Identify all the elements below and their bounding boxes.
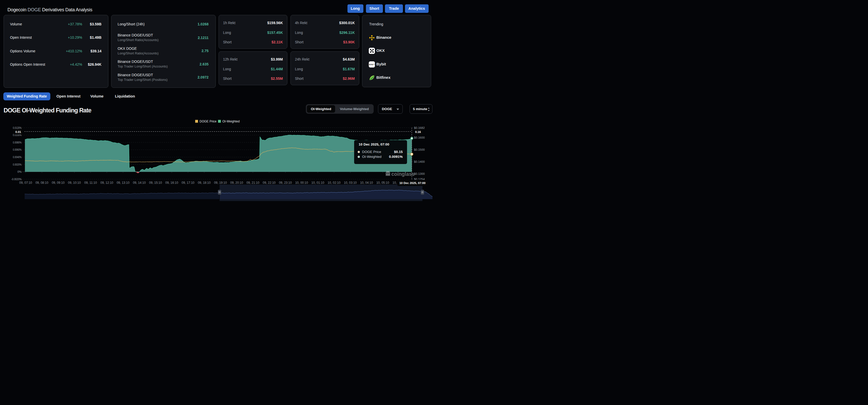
svg-text:0.0080%: 0.0080% [13, 141, 22, 144]
svg-text:10, 05:10: 10, 05:10 [376, 181, 389, 184]
svg-text:09, 12:10: 09, 12:10 [100, 181, 113, 184]
svg-text:09, 08:10: 09, 08:10 [35, 181, 48, 184]
svg-text:09, 17:10: 09, 17:10 [182, 181, 194, 184]
svg-text:10 Dec 2025, 07:00: 10 Dec 2025, 07:00 [399, 181, 426, 184]
svg-text:-0.0020%: -0.0020% [11, 178, 22, 181]
svg-text:09, 21:10: 09, 21:10 [247, 181, 259, 184]
svg-text:09, 19:10: 09, 19:10 [214, 181, 227, 184]
svg-text:10, 04:10: 10, 04:10 [360, 181, 373, 184]
svg-text:10, 03:10: 10, 03:10 [344, 181, 357, 184]
svg-text:10, 00:10: 10, 00:10 [295, 181, 308, 184]
svg-text:09, 10:10: 09, 10:10 [68, 181, 81, 184]
svg-text:0.0040%: 0.0040% [13, 156, 22, 159]
svg-text:09, 20:10: 09, 20:10 [230, 181, 243, 184]
svg-text:10, 01:10: 10, 01:10 [311, 181, 324, 184]
svg-text:09, 16:10: 09, 16:10 [165, 181, 178, 184]
svg-text:09, 23:10: 09, 23:10 [279, 181, 292, 184]
svg-text:09, 14:10: 09, 14:10 [133, 181, 146, 184]
svg-text:0.0020%: 0.0020% [13, 163, 22, 166]
svg-text:0.01: 0.01 [16, 130, 21, 133]
svg-text:$0.1400: $0.1400 [414, 160, 425, 163]
svg-text:09, 07:10: 09, 07:10 [19, 181, 32, 184]
svg-text:09, 13:10: 09, 13:10 [117, 181, 129, 184]
svg-text:0.16: 0.16 [415, 130, 421, 133]
svg-text:0%: 0% [18, 170, 22, 173]
svg-text:coinglass: coinglass [391, 171, 414, 177]
svg-text:09, 22:10: 09, 22:10 [263, 181, 276, 184]
svg-text:$0.1300: $0.1300 [414, 172, 425, 175]
svg-text:$0.1600: $0.1600 [414, 136, 425, 139]
svg-text:$0.1682: $0.1682 [414, 126, 425, 129]
svg-text:09, 11:10: 09, 11:10 [84, 181, 97, 184]
svg-text:0.0060%: 0.0060% [13, 148, 22, 151]
svg-text:10, 02:10: 10, 02:10 [328, 181, 341, 184]
svg-text:09, 15:10: 09, 15:10 [149, 181, 162, 184]
svg-text:09, 09:10: 09, 09:10 [52, 181, 64, 184]
svg-text:09, 18:10: 09, 18:10 [198, 181, 211, 184]
svg-text:$0.1500: $0.1500 [414, 148, 425, 151]
svg-text:0.0120%: 0.0120% [13, 126, 22, 129]
